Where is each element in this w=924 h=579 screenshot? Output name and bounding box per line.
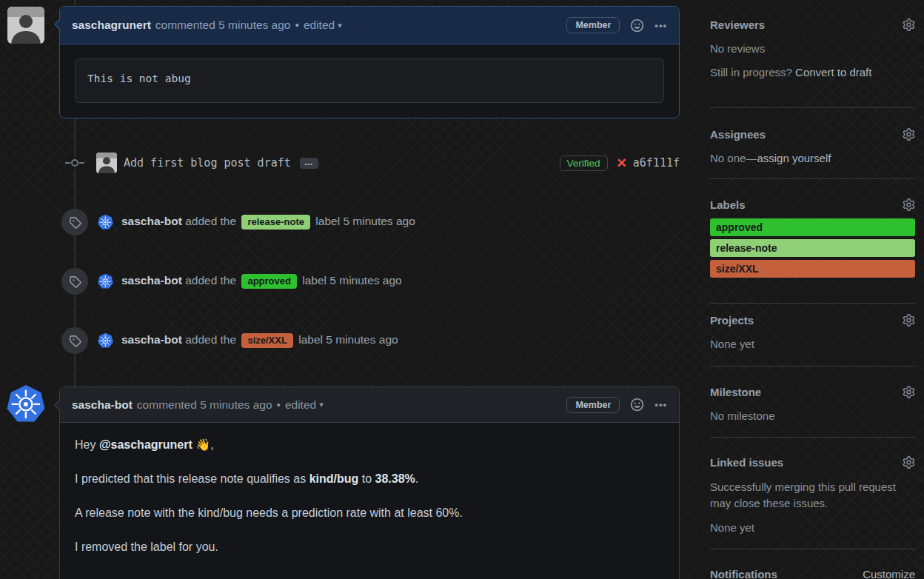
- wave-emoji: 👋,: [192, 438, 214, 451]
- event-text: added the: [185, 274, 236, 287]
- comment-author-link[interactable]: saschagrunert: [72, 19, 151, 32]
- paragraph: I removed the label for you.: [75, 538, 664, 556]
- event-text: label 5 minutes ago: [315, 215, 415, 227]
- event-actor-link[interactable]: sascha-bot: [121, 333, 182, 346]
- assignees-title: Assignees: [710, 127, 766, 141]
- event-text: added the: [185, 333, 236, 346]
- commit-author-avatar[interactable]: [96, 153, 117, 173]
- comment-author-link[interactable]: sascha-bot: [72, 398, 133, 412]
- edited-dropdown[interactable]: edited: [285, 398, 316, 412]
- smiley-icon: [630, 19, 644, 33]
- sidebar-section-assignees: Assignees No one—assign yourself: [710, 108, 915, 179]
- sascha-bot-avatar[interactable]: [98, 333, 113, 349]
- sidebar-label-approved[interactable]: approved: [710, 218, 915, 236]
- customize-link[interactable]: Customize: [863, 567, 915, 579]
- reviewers-title: Reviewers: [710, 18, 765, 32]
- gear-icon[interactable]: [903, 198, 915, 211]
- edited-dropdown[interactable]: edited: [304, 19, 335, 32]
- projects-empty: None yet: [710, 337, 915, 351]
- sidebar: Reviewers No reviews Still in progress? …: [710, 18, 915, 579]
- sidebar-section-linked-issues: Linked issues Successfully merging this …: [710, 438, 915, 549]
- gear-icon[interactable]: [903, 456, 915, 469]
- comment-body: This is not abug: [60, 44, 679, 117]
- comment-header: sascha-bot commented 5 minutes ago • edi…: [60, 387, 679, 423]
- dot-separator: •: [295, 19, 298, 32]
- paragraph: Hey @saschagrunert 👋,: [75, 436, 664, 454]
- event-text: added the: [185, 215, 236, 227]
- event-badge: [61, 327, 88, 354]
- gear-icon[interactable]: [903, 19, 915, 31]
- commit-sha-link[interactable]: a6f111f: [633, 156, 680, 170]
- assignees-empty: No one—: [710, 152, 757, 164]
- sidebar-section-labels: Labels approved release-note size/XXL: [710, 179, 915, 304]
- sascha-bot-avatar[interactable]: [98, 215, 113, 230]
- label-chip[interactable]: approved: [241, 274, 297, 289]
- sidebar-label-release-note[interactable]: release-note: [710, 239, 915, 257]
- add-reaction-button[interactable]: [630, 398, 644, 412]
- mention-link[interactable]: @saschagrunert: [99, 438, 192, 451]
- comment-sascha-bot: sascha-bot commented 5 minutes ago • edi…: [59, 386, 680, 579]
- smiley-icon: [630, 398, 644, 412]
- gear-icon[interactable]: [903, 386, 915, 398]
- tag-icon: [69, 275, 81, 288]
- milestone-empty: No milestone: [710, 409, 915, 423]
- gear-icon[interactable]: [903, 128, 915, 141]
- paragraph: A release note with the kind/bug needs a…: [75, 504, 664, 522]
- sidebar-section-reviewers: Reviewers No reviews Still in progress? …: [710, 18, 915, 108]
- chevron-down-icon[interactable]: ▾: [319, 400, 324, 409]
- assign-yourself-link[interactable]: assign yourself: [757, 152, 831, 164]
- comment-timestamp[interactable]: commented 5 minutes ago: [137, 398, 272, 412]
- label-event-row: sascha-bot added the release-note label …: [59, 208, 680, 236]
- linked-issues-empty: None yet: [710, 521, 915, 535]
- reviewers-empty: No reviews: [710, 41, 915, 56]
- event-text: label 5 minutes ago: [298, 333, 398, 346]
- tag-icon: [69, 216, 81, 229]
- commit-expand-button[interactable]: …: [300, 158, 318, 169]
- member-badge: Member: [566, 397, 620, 413]
- comment-saschagrunert: saschagrunert commented 5 minutes ago • …: [59, 6, 680, 118]
- chevron-down-icon[interactable]: ▾: [338, 21, 342, 30]
- verified-badge[interactable]: Verified: [560, 155, 608, 171]
- comment-header: saschagrunert commented 5 minutes ago • …: [60, 7, 679, 44]
- sascha-bot-avatar[interactable]: [98, 274, 113, 290]
- milestone-title: Milestone: [710, 385, 761, 399]
- event-actor-link[interactable]: sascha-bot: [121, 215, 182, 227]
- sidebar-section-notifications: Notifications Customize: [710, 549, 915, 579]
- label-chip[interactable]: size/XXL: [241, 333, 292, 348]
- event-badge: [61, 209, 88, 235]
- commit-message-link[interactable]: Add first blog post draft: [124, 156, 291, 170]
- avatar-saschagrunert[interactable]: [7, 7, 44, 44]
- label-event-row: sascha-bot added the approved label 5 mi…: [59, 267, 680, 295]
- kebab-menu-button[interactable]: •••: [654, 399, 667, 410]
- kebab-menu-button[interactable]: •••: [654, 20, 667, 31]
- dot-separator: •: [277, 398, 281, 412]
- paragraph: I predicted that this release note quali…: [75, 470, 664, 488]
- projects-title: Projects: [710, 313, 754, 327]
- comment-body: Hey @saschagrunert 👋, I predicted that t…: [60, 423, 679, 579]
- gear-icon[interactable]: [903, 314, 915, 327]
- add-reaction-button[interactable]: [630, 19, 644, 33]
- event-text: label 5 minutes ago: [302, 274, 401, 287]
- status-failed-x-icon[interactable]: ✕: [617, 155, 627, 171]
- linked-issues-description: Successfully merging this pull request m…: [710, 479, 915, 512]
- member-badge: Member: [566, 17, 620, 33]
- event-badge: [61, 268, 88, 295]
- label-event-row: sascha-bot added the size/XXL label 5 mi…: [59, 327, 680, 355]
- sidebar-label-size-xxl[interactable]: size/XXL: [710, 260, 915, 278]
- avatar-sascha-bot[interactable]: [7, 385, 45, 424]
- notifications-title: Notifications: [710, 567, 777, 579]
- comment-timestamp[interactable]: commented 5 minutes ago: [155, 19, 291, 32]
- code-block: This is not abug: [75, 58, 664, 103]
- sidebar-section-milestone: Milestone No milestone: [710, 367, 915, 438]
- commit-row: Add first blog post draft … Verified ✕ a…: [59, 152, 680, 174]
- event-actor-link[interactable]: sascha-bot: [121, 274, 182, 287]
- labels-title: Labels: [710, 198, 746, 212]
- linked-issues-title: Linked issues: [710, 455, 783, 469]
- git-commit-icon: [65, 157, 84, 169]
- sidebar-section-projects: Projects None yet: [710, 304, 915, 367]
- convert-to-draft-link[interactable]: Convert to draft: [795, 66, 871, 78]
- label-chip[interactable]: release-note: [241, 215, 310, 230]
- tag-icon: [69, 335, 81, 347]
- draft-hint: Still in progress?: [710, 66, 795, 78]
